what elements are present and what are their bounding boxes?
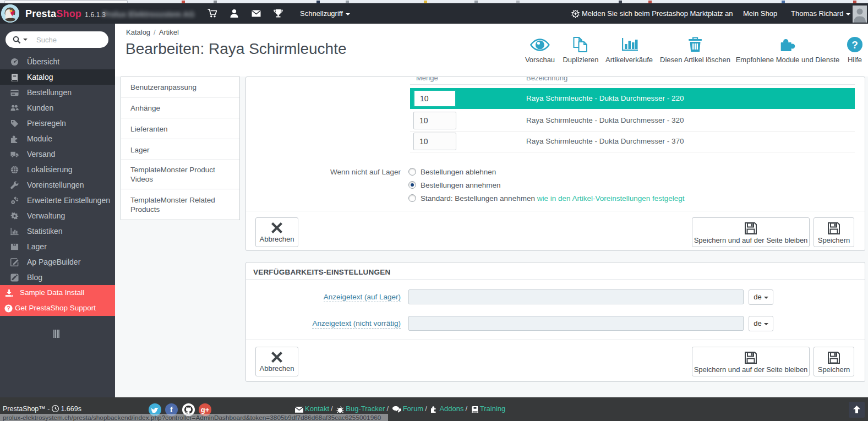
svg-text:?: ? [851,39,858,51]
svg-text:?: ? [7,305,10,311]
